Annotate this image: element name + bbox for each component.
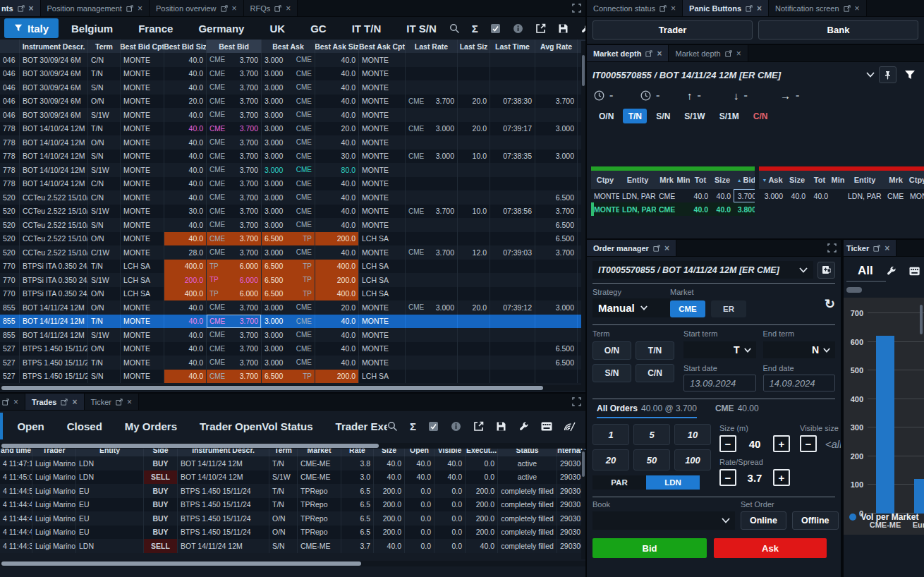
column-header[interactable]: Mrk — [885, 171, 907, 189]
start-date-field[interactable]: 13.09.2024 — [683, 375, 755, 391]
column-header[interactable]: Entity — [619, 171, 656, 189]
table-row[interactable]: 778BOT 14/10/24 12MS/1WMONTE40.0CME3.700… — [0, 163, 585, 177]
column-header[interactable]: Best Bid Cpt — [121, 40, 164, 53]
table-row[interactable]: 4 11:44:42Luigi MarinoEUBUYBTPS 1.450 15… — [0, 526, 585, 540]
table-row[interactable]: 778BOT 14/10/24 12MC/NMONTE40.0CME3.7003… — [0, 177, 585, 191]
visible-size-value[interactable]: <all> — [820, 435, 841, 452]
rate-value[interactable]: 3.7 — [739, 469, 770, 486]
offline-button[interactable]: Offline — [792, 511, 839, 530]
ticker-scrollbar[interactable] — [919, 303, 923, 571]
popout-icon[interactable] — [645, 50, 652, 57]
market-er-button[interactable]: ER — [711, 300, 746, 317]
tab-trades[interactable]: Trades × — [25, 394, 84, 410]
column-header[interactable]: Tot — [690, 171, 711, 189]
high-control[interactable]: ↑ - — [687, 89, 728, 102]
table-row[interactable]: 4 11:44:45Luigi MarinoEUBUYBTPS 1.450 15… — [0, 511, 585, 526]
depth-bid-row[interactable]: MONTELDN, PARCME40.040.03.700 — [591, 189, 755, 202]
table-row[interactable]: 046BOT 30/09/24 6MS/NMONTE40.0CME3.7003.… — [0, 80, 585, 95]
tab-ticker[interactable]: Ticker × — [844, 240, 896, 256]
trades-top-scrollbar[interactable] — [0, 443, 585, 449]
table-row[interactable]: 770BTPSi ITA 0.350 24/10/...O/NLCH SA400… — [0, 287, 585, 301]
tab-notification-screen[interactable]: Notification screen × — [769, 0, 867, 16]
size-value[interactable]: 40 — [739, 435, 770, 452]
entity-ldn-button[interactable]: LDN — [646, 475, 700, 490]
table-row[interactable]: 520CCTeu 2.522 15/10/24S/NMONTE40.0CME3.… — [0, 218, 585, 232]
rate-minus-button[interactable]: − — [719, 469, 736, 486]
info-icon[interactable] — [513, 23, 523, 34]
tab-country-it-tn[interactable]: IT T/N — [339, 23, 394, 35]
popout-icon[interactable] — [2, 399, 9, 406]
column-header[interactable]: Term — [88, 40, 121, 53]
close-icon[interactable]: × — [286, 4, 291, 13]
table-row[interactable]: 520CCTeu 2.522 15/10/24C/NMONTE40.0CME3.… — [0, 190, 585, 205]
size-preset-100[interactable]: 100 — [674, 449, 711, 470]
size-preset-5[interactable]: 5 — [633, 424, 670, 445]
low-control[interactable]: ↓ - — [734, 89, 774, 102]
tab-country-uk[interactable]: UK — [257, 23, 298, 35]
trader-panic-button[interactable]: Trader — [592, 20, 753, 40]
tab-country-france[interactable]: France — [126, 23, 186, 35]
entity-par-button[interactable]: PAR — [592, 475, 646, 490]
table-row[interactable]: 520CCTeu 2.522 15/10/24C/1WMONTE28.0CME3… — [0, 245, 585, 260]
column-header[interactable]: Min — [677, 171, 690, 189]
visible-size-minus-button[interactable]: − — [800, 435, 817, 452]
column-header[interactable]: Last Time — [490, 40, 535, 53]
table-row[interactable]: 4 11:45:00Luigi MarinoLDNSELLBOT 14/10/2… — [0, 470, 585, 485]
search-icon[interactable] — [387, 421, 398, 432]
maximize-icon[interactable] — [572, 4, 581, 13]
close-icon[interactable]: × — [13, 397, 18, 407]
ticker-all-tab[interactable]: All — [858, 264, 873, 278]
column-header[interactable]: Ctpy — [907, 171, 924, 189]
om-instrument-selector[interactable]: IT0005570855 / BOT 14/11/24 12M [ER CME] — [592, 261, 835, 279]
close-icon[interactable]: × — [757, 4, 762, 13]
column-header[interactable]: Best Ask Siz — [315, 40, 359, 53]
close-icon[interactable]: × — [671, 4, 676, 13]
column-header[interactable]: Min — [831, 171, 845, 189]
subtab-trader-exevol[interactable]: Trader ExeVol Status — [324, 420, 387, 432]
term-sn-button[interactable]: S/N — [592, 364, 631, 382]
column-header[interactable]: Last Rate — [406, 40, 458, 53]
tab-position-overview[interactable]: Position overview × — [150, 0, 244, 16]
close-icon[interactable]: × — [72, 397, 77, 407]
tab-country-gc[interactable]: GC — [298, 23, 339, 35]
start-term-dropdown[interactable]: T — [683, 341, 755, 358]
table-row[interactable]: 520CCTeu 2.522 15/10/24S/1WMONTE30.0CME3… — [0, 205, 585, 219]
pin-button[interactable] — [879, 66, 896, 83]
tab-hidden[interactable]: × — [0, 394, 25, 410]
rate-plus-button[interactable]: + — [773, 469, 790, 486]
popout-icon[interactable] — [873, 245, 880, 252]
column-header[interactable]: Size — [711, 171, 734, 189]
save-icon[interactable] — [558, 23, 569, 34]
bank-panic-button[interactable]: Bank — [758, 20, 918, 40]
close-icon[interactable]: × — [657, 49, 662, 59]
column-header[interactable]: Tot — [808, 171, 831, 189]
size-minus-button[interactable]: − — [719, 435, 736, 452]
trades-bottom-scrollbar[interactable] — [0, 561, 585, 566]
tab-country-germany[interactable]: Germany — [186, 23, 257, 35]
table-row[interactable]: 520CCTeu 2.522 15/10/24O/NMONTE40.0CME3.… — [0, 232, 585, 246]
column-header[interactable]: Best Ask Cpt — [359, 40, 406, 53]
subtab-closed[interactable]: Closed — [56, 420, 114, 432]
tab-cme-orders[interactable]: CME40.00 — [715, 403, 759, 418]
depth-term-chip-cn[interactable]: C/N — [748, 109, 773, 123]
column-header[interactable]: Best Bid Siz — [164, 40, 207, 53]
last-control[interactable]: → - — [780, 89, 821, 102]
tab-position-management[interactable]: Position management × — [41, 0, 150, 16]
depth-term-chip-sn[interactable]: S/N — [651, 109, 675, 123]
popout-icon[interactable] — [61, 399, 68, 406]
sigma-icon[interactable]: Σ — [472, 23, 478, 35]
depth-instrument-selector[interactable]: IT0005570855 / BOT 14/11/24 12M [ER CME] — [592, 66, 918, 83]
chevron-down-icon[interactable] — [866, 72, 875, 78]
depth-bid-row[interactable]: MONTELDN, PARCME40.040.03.800 — [591, 202, 755, 216]
table-row[interactable]: 4 11:47:13Luigi MarinoLDNBUYBOT 14/11/24… — [0, 456, 585, 470]
ticker-slider[interactable] — [846, 287, 862, 293]
tab-market-depth-1[interactable]: Market depth × — [587, 45, 669, 61]
tab-panic-buttons[interactable]: Panic Buttons × — [683, 0, 769, 16]
keyboard-icon[interactable] — [541, 422, 552, 431]
table-row[interactable]: 778BOT 14/10/24 12MO/NMONTE40.0CME3.7003… — [0, 135, 585, 150]
tab-instruments[interactable]: nts × — [0, 0, 41, 16]
depth-term-chip-on[interactable]: O/N — [594, 109, 619, 123]
positions-vertical-scrollbar[interactable] — [581, 41, 585, 385]
table-row[interactable]: 046BOT 30/09/24 6MC/NMONTE40.0CME3.7003.… — [0, 53, 585, 67]
column-header[interactable]: Mrk — [656, 171, 677, 189]
